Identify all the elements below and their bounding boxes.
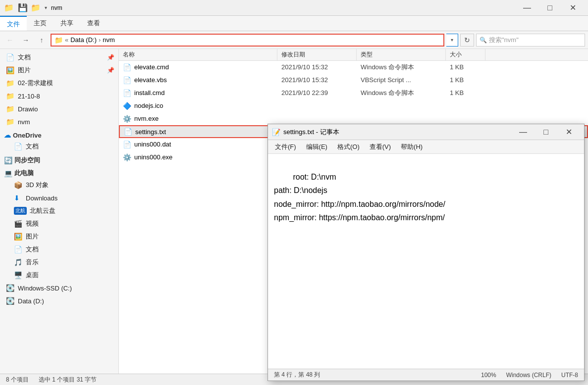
title-bar: 📁 💾 📁 ▾ nvm — □ ✕ xyxy=(0,0,588,16)
col-header-type[interactable]: 类型 xyxy=(357,49,446,60)
address-bar: ← → ↑ 📁 « Data (D:) › nvm ▾ ↻ 🔍 搜索"nvm" xyxy=(0,31,588,49)
sidebar-item-desktop[interactable]: 🖥️ 桌面 xyxy=(0,269,118,282)
datad-icon: 💽 xyxy=(6,297,15,305)
folder-icon: 📁 xyxy=(6,105,15,113)
sidebar-item-pics[interactable]: 🖼️ 图片 xyxy=(0,230,118,243)
sidebar-item-music[interactable]: 🎵 音乐 xyxy=(0,256,118,269)
menu-edit[interactable]: 编辑(E) xyxy=(301,141,332,153)
file-date: 2021/9/10 22:39 xyxy=(277,89,357,96)
desktop-icon: 🖥️ xyxy=(14,271,23,279)
table-row[interactable]: 📄elevate.vbs 2021/9/10 15:32 VBScript Sc… xyxy=(119,74,588,87)
pics-icon: 🖼️ xyxy=(14,233,23,241)
file-icon: 📄 xyxy=(123,76,131,84)
notepad-maximize[interactable]: □ xyxy=(535,124,557,140)
file-date: 2021/9/10 15:32 xyxy=(277,76,357,84)
sidebar-item-2110[interactable]: 📁 21-10-8 xyxy=(0,90,118,102)
col-header-name[interactable]: 名称 xyxy=(119,49,277,60)
sidebar-item-label: 北航云盘 xyxy=(30,206,55,215)
np-zoom: 100% xyxy=(481,372,496,379)
sidebar-item-02[interactable]: 📁 02-需求建模 xyxy=(0,77,118,90)
sidebar-item-label: Data (D:) xyxy=(18,297,44,305)
sidebar-item-3d[interactable]: 📦 3D 对象 xyxy=(0,179,118,192)
notepad-content[interactable]: root: D:\nvm path: D:\nodejs node_mirror… xyxy=(268,154,584,369)
notepad-text: root: D:\nvm path: D:\nodejs node_mirror… xyxy=(274,173,445,222)
sidebar-item-windows-ssd[interactable]: 💽 Windows-SSD (C:) xyxy=(0,282,118,294)
file-size: 1 KB xyxy=(446,63,485,71)
np-encoding: UTF-8 xyxy=(561,372,578,379)
notepad-controls: — □ ✕ xyxy=(512,124,580,140)
sidebar-item-nvm[interactable]: 📁 nvm xyxy=(0,115,118,128)
sidebar-item-label: 文档 xyxy=(26,245,39,254)
sidebar-item-video[interactable]: 🎬 视频 xyxy=(0,217,118,230)
table-row[interactable]: 📄elevate.cmd 2021/9/10 15:32 Windows 命令脚… xyxy=(119,61,588,74)
notepad-statusbar: 第 4 行，第 48 列 100% Windows (CRLF) UTF-8 xyxy=(268,369,584,381)
sidebar-item-onedrive-docs[interactable]: 📄 文档 xyxy=(0,140,118,153)
file-name: elevate.vbs xyxy=(134,76,167,84)
file-name: unins000.dat xyxy=(134,141,171,148)
title-controls: — □ ✕ xyxy=(516,0,584,16)
notepad-close[interactable]: ✕ xyxy=(557,124,580,140)
up-button[interactable]: ↑ xyxy=(35,33,49,47)
menu-format[interactable]: 格式(O) xyxy=(332,141,365,153)
tab-view[interactable]: 查看 xyxy=(80,16,107,31)
video-icon: 🎬 xyxy=(14,220,23,228)
syncspace-header[interactable]: 🔄 同步空间 xyxy=(0,153,118,166)
file-name: unins000.exe xyxy=(134,153,172,161)
address-path[interactable]: 📁 « Data (D:) › nvm xyxy=(51,34,444,47)
title-bar-icons: 📁 💾 📁 ▾ xyxy=(4,3,47,12)
sidebar-item-cloudpan[interactable]: 北航 北航云盘 xyxy=(0,204,118,217)
tab-share[interactable]: 共享 xyxy=(53,16,80,31)
ribbon-tabs: 文件 主页 共享 查看 xyxy=(0,16,588,31)
menu-help[interactable]: 帮助(H) xyxy=(396,141,428,153)
window-title: nvm xyxy=(51,4,516,11)
col-header-size[interactable]: 大小 xyxy=(446,49,485,60)
sidebar-item-label: 音乐 xyxy=(26,258,39,267)
file-name: install.cmd xyxy=(134,89,164,96)
doc-icon: 📄 xyxy=(14,143,23,150)
tab-home[interactable]: 主页 xyxy=(27,16,53,31)
sidebar-item-documents[interactable]: 📄 文档 📌 xyxy=(0,51,118,64)
sidebar-item-label: 21-10-8 xyxy=(18,93,40,100)
thispc-header[interactable]: 💻 此电脑 xyxy=(0,166,118,179)
table-row[interactable]: 📄install.cmd 2021/9/10 22:39 Windows 命令脚… xyxy=(119,87,588,99)
refresh-button[interactable]: ↻ xyxy=(460,34,474,47)
sidebar-item-label: 02-需求建模 xyxy=(18,79,53,88)
folder-icon: 📁 xyxy=(6,79,15,87)
thispc-label: 此电脑 xyxy=(14,169,34,178)
col-header-date[interactable]: 修改日期 xyxy=(277,49,357,60)
sidebar-item-label: 图片 xyxy=(18,66,31,75)
file-name: nodejs.ico xyxy=(134,102,163,109)
sidebar-item-data-d[interactable]: 💽 Data (D:) xyxy=(0,294,118,307)
file-type: Windows 命令脚本 xyxy=(357,89,446,97)
address-dropdown[interactable]: ▾ xyxy=(446,34,458,47)
maximize-button[interactable]: □ xyxy=(538,0,561,16)
file-icon: ⚙️ xyxy=(123,115,131,123)
onedrive-header[interactable]: ☁ OneDrive xyxy=(0,128,118,140)
file-size: 1 KB xyxy=(446,76,485,84)
menu-view[interactable]: 查看(V) xyxy=(365,141,396,153)
onedrive-label: OneDrive xyxy=(13,132,42,139)
forward-button[interactable]: → xyxy=(19,33,33,47)
notepad-window: 📝 settings.txt - 记事本 — □ ✕ 文件(F) 编辑(E) 格… xyxy=(267,124,585,381)
table-row[interactable]: 🔷nodejs.ico xyxy=(119,99,588,112)
notepad-menu: 文件(F) 编辑(E) 格式(O) 查看(V) 帮助(H) xyxy=(268,140,584,154)
np-line-ending: Windows (CRLF) xyxy=(506,372,551,379)
file-name: nvm.exe xyxy=(134,115,159,122)
file-name: elevate.cmd xyxy=(134,63,169,71)
minimize-button[interactable]: — xyxy=(516,0,538,16)
sidebar-item-drawio[interactable]: 📁 Drawio xyxy=(0,102,118,115)
downloads-icon: ⬇ xyxy=(14,194,23,202)
close-button[interactable]: ✕ xyxy=(561,0,584,16)
back-button[interactable]: ← xyxy=(3,33,17,47)
search-box[interactable]: 🔍 搜索"nvm" xyxy=(476,34,585,47)
search-placeholder: 搜索"nvm" xyxy=(489,36,519,45)
sidebar-item-pictures[interactable]: 🖼️ 图片 📌 xyxy=(0,64,118,77)
menu-file[interactable]: 文件(F) xyxy=(270,141,301,153)
folder-icon: 📁 xyxy=(6,92,15,100)
tab-file[interactable]: 文件 xyxy=(0,16,27,31)
sidebar-item-downloads[interactable]: ⬇ Downloads xyxy=(0,192,118,204)
notepad-minimize[interactable]: — xyxy=(512,124,535,140)
sidebar-item-docs2[interactable]: 📄 文档 xyxy=(0,243,118,256)
sidebar: 📄 文档 📌 🖼️ 图片 📌 📁 02-需求建模 📁 21-10-8 📁 Dra… xyxy=(0,49,119,374)
sidebar-item-label: 视频 xyxy=(26,219,39,228)
